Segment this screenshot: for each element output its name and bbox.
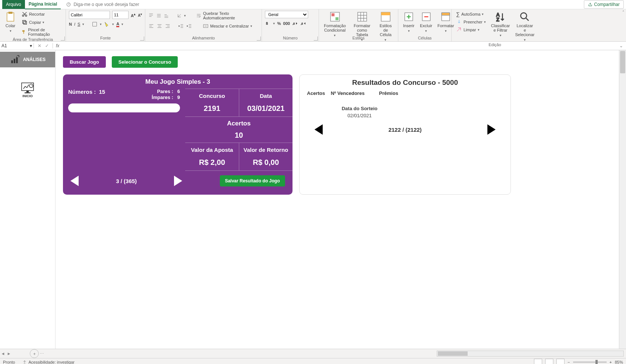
increase-indent-icon[interactable] <box>186 23 192 29</box>
font-launcher[interactable] <box>140 36 144 41</box>
selecionar-concurso-button[interactable]: Selecionar o Concurso <box>112 56 178 68</box>
game-card-title: Meu Jogo Simples - 3 <box>63 74 293 89</box>
group-label-font: Fonte <box>69 35 142 41</box>
result-prev-button[interactable] <box>314 124 323 135</box>
increase-font-icon[interactable]: A▴ <box>131 12 136 18</box>
result-card: Resultados do Concurso - 5000 Acertos Nº… <box>299 74 511 195</box>
bold-button[interactable]: N <box>69 22 72 26</box>
copy-button[interactable]: Copiar▾ <box>20 19 63 26</box>
buscar-jogo-button[interactable]: Buscar Jogo <box>63 56 106 68</box>
svg-rect-7 <box>93 22 97 26</box>
clipboard-launcher[interactable] <box>61 36 65 41</box>
game-prev-button[interactable] <box>70 176 79 186</box>
format-painter-button[interactable]: Pincel de Formatação <box>20 27 63 37</box>
percent-icon[interactable]: % <box>277 21 281 26</box>
vertical-scrollbar[interactable] <box>619 50 626 349</box>
ribbon-collapse-icon[interactable]: ˄ <box>622 10 625 15</box>
zoom-slider[interactable] <box>573 361 607 363</box>
align-left-icon[interactable] <box>148 23 154 29</box>
group-label-editing: Edição <box>455 42 535 47</box>
paste-button[interactable]: Colar▾ <box>3 11 18 33</box>
view-page-layout-icon[interactable] <box>545 359 553 364</box>
fill-color-button[interactable] <box>104 21 110 27</box>
decrease-decimal-icon[interactable]: ,0 <box>300 20 306 26</box>
tabs-prev-icon[interactable]: ◄ <box>0 351 6 356</box>
accessibility-status[interactable]: Acessibilidade: investigar <box>22 360 75 364</box>
cut-button[interactable]: Recortar <box>20 11 63 17</box>
zoom-value[interactable]: 85% <box>615 360 623 364</box>
fill-button[interactable]: Preencher▾ <box>455 19 487 25</box>
number-launcher[interactable] <box>314 36 318 41</box>
tabs-more-icon[interactable]: ⋯ <box>39 351 45 356</box>
sort-filter-button[interactable]: AZClassificar e Filtrar▾ <box>490 11 512 38</box>
currency-icon[interactable]: $ <box>265 20 271 26</box>
group-label-clipboard: Área de Transferência <box>3 37 63 42</box>
enter-formula-icon[interactable]: ✓ <box>45 43 49 48</box>
thousand-sep-icon[interactable]: 000 <box>283 21 290 26</box>
game-next-button[interactable] <box>174 176 182 186</box>
wrap-text-button[interactable]: Quebrar Texto Automaticamente <box>195 11 259 20</box>
game-pager: 3 / (365) <box>116 178 137 184</box>
tell-me-label: Diga-me o que você deseja fazer <box>73 2 139 7</box>
font-color-button[interactable]: A <box>116 22 119 27</box>
result-pager: 2122 / (2122) <box>388 127 421 133</box>
cancel-formula-icon[interactable]: ✕ <box>38 43 41 48</box>
view-normal-icon[interactable] <box>534 359 542 364</box>
increase-decimal-icon[interactable]: ,0 <box>292 20 298 26</box>
clear-button[interactable]: Limpar▾ <box>455 26 487 33</box>
save-result-button[interactable]: Salvar Resultado do Jogo <box>220 175 285 186</box>
decrease-indent-icon[interactable] <box>178 23 184 29</box>
tabs-next-icon[interactable]: ► <box>6 351 12 356</box>
svg-rect-17 <box>381 12 390 15</box>
name-box[interactable]: A1▾ <box>0 43 34 48</box>
align-right-icon[interactable] <box>165 23 171 29</box>
svg-rect-1 <box>7 13 14 21</box>
svg-point-24 <box>521 13 527 19</box>
insert-cells-button[interactable]: Inserir▾ <box>401 11 416 33</box>
font-size-combo[interactable] <box>112 11 129 19</box>
formula-expand-icon[interactable]: ⌄ <box>616 43 626 48</box>
align-top-icon[interactable] <box>148 13 154 19</box>
menu-tab[interactable]: Página Inicial <box>25 0 61 9</box>
result-balls-grid <box>414 90 505 118</box>
merge-center-button[interactable]: Mesclar e Centralizar▾ <box>201 23 254 29</box>
svg-rect-25 <box>11 60 13 63</box>
zoom-in-icon[interactable]: + <box>610 360 612 364</box>
status-bar: Pronto Acessibilidade: investigar − + 85… <box>0 358 626 364</box>
alignment-launcher[interactable] <box>257 36 261 41</box>
align-center-icon[interactable] <box>156 23 162 29</box>
find-select-button[interactable]: Localizar e Selecionar▾ <box>514 11 536 42</box>
tell-me[interactable]: Diga-me o que você deseja fazer <box>66 2 139 7</box>
border-button[interactable] <box>92 21 98 27</box>
number-format-combo[interactable]: Geral <box>265 11 308 18</box>
svg-point-34 <box>24 361 25 361</box>
align-middle-icon[interactable] <box>156 13 162 19</box>
svg-text:Z: Z <box>496 17 499 22</box>
decrease-font-icon[interactable]: A▾ <box>138 12 142 17</box>
result-next-button[interactable] <box>487 124 496 135</box>
svg-rect-27 <box>16 57 18 63</box>
horizontal-scrollbar[interactable] <box>437 351 624 357</box>
svg-rect-15 <box>358 12 367 21</box>
menu-file[interactable]: Arquivo <box>2 0 25 9</box>
svg-text:,0: ,0 <box>293 22 295 25</box>
svg-rect-13 <box>331 13 334 16</box>
share-button[interactable]: Compartilhar <box>584 0 624 9</box>
view-page-break-icon[interactable] <box>556 359 565 364</box>
autosum-button[interactable]: ∑AutoSoma▾ <box>455 11 487 17</box>
zoom-out-icon[interactable]: − <box>567 360 570 364</box>
italic-button[interactable]: I <box>74 22 75 26</box>
svg-text:$: $ <box>17 55 18 58</box>
conditional-format-button[interactable]: Formatação Condicional▾ <box>322 11 348 38</box>
delete-cells-button[interactable]: Excluir▾ <box>418 11 434 33</box>
underline-button[interactable]: S <box>78 22 80 26</box>
svg-rect-21 <box>442 13 450 15</box>
add-sheet-button[interactable]: ＋ <box>30 349 39 358</box>
orientation-icon[interactable] <box>177 13 182 19</box>
font-name-combo[interactable] <box>69 11 110 19</box>
fx-icon[interactable]: fx <box>53 43 62 48</box>
inicio-shortcut[interactable]: INICIO <box>20 82 35 98</box>
group-label-number: Número <box>265 35 316 41</box>
group-label-alignment: Alinhamento <box>148 35 259 41</box>
align-bottom-icon[interactable] <box>164 13 169 19</box>
